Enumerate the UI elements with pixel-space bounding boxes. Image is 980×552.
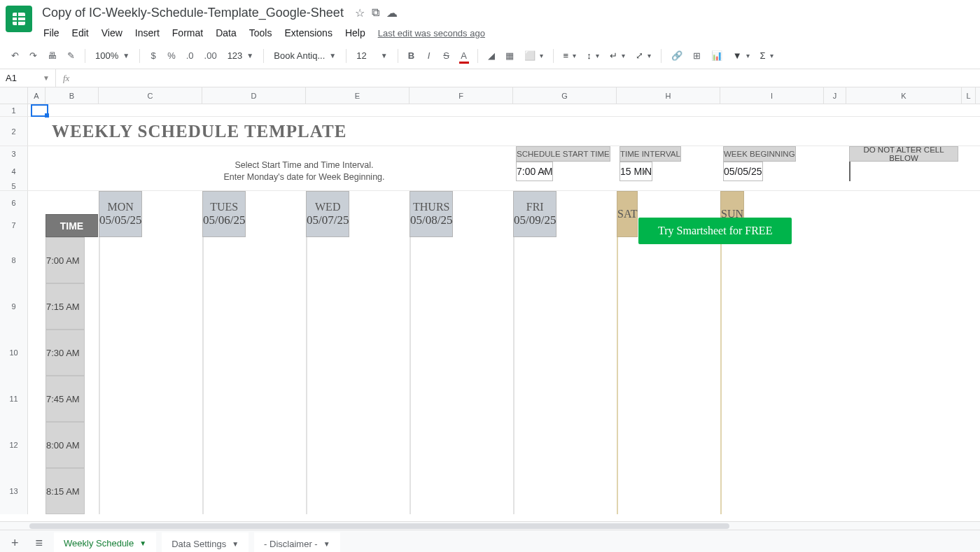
col-header[interactable]: J: [824, 87, 846, 104]
row-header[interactable]: 12: [0, 422, 28, 468]
name-box[interactable]: A1▼: [0, 69, 56, 87]
redo-icon[interactable]: ↷: [25, 47, 41, 64]
col-header[interactable]: C: [99, 87, 202, 104]
move-icon[interactable]: ⧉: [372, 6, 379, 20]
locked-cell[interactable]: [846, 162, 962, 181]
col-header[interactable]: D: [202, 87, 306, 104]
insert-link-icon[interactable]: 🔗: [667, 47, 687, 64]
time-cell[interactable]: 7:15 AM: [46, 283, 99, 330]
spreadsheet-grid[interactable]: A B C D E F G H I J K L 1 2 WEEKLY SCHED…: [0, 87, 980, 521]
cell[interactable]: [46, 104, 858, 116]
row-header[interactable]: 3: [0, 146, 28, 162]
increase-decimal-icon[interactable]: .00: [200, 47, 221, 64]
insert-chart-icon[interactable]: 📊: [707, 47, 727, 64]
time-cell[interactable]: 7:45 AM: [46, 376, 99, 422]
row-header[interactable]: 10: [0, 330, 28, 376]
font-size-select[interactable]: 12▼: [352, 48, 391, 63]
percent-icon[interactable]: %: [163, 47, 180, 64]
slot-cell[interactable]: [306, 330, 410, 376]
slot-cell[interactable]: [99, 468, 202, 514]
col-header[interactable]: G: [513, 87, 617, 104]
row-header[interactable]: 8: [0, 237, 28, 283]
slot-cell[interactable]: [99, 283, 202, 330]
slot-cell[interactable]: [410, 376, 513, 422]
number-format-select[interactable]: 123▼: [223, 48, 258, 63]
slot-cell[interactable]: [306, 376, 410, 422]
cell[interactable]: SCHEDULE START TIME: [513, 146, 617, 162]
menu-extensions[interactable]: Extensions: [279, 24, 337, 41]
slot-cell[interactable]: [720, 468, 824, 514]
menu-data[interactable]: Data: [210, 24, 242, 41]
text-rotation-select[interactable]: ⤢▾: [631, 48, 655, 63]
fill-color-icon[interactable]: ◢: [484, 47, 499, 64]
horizontal-scrollbar[interactable]: [0, 521, 980, 530]
bold-icon[interactable]: B: [404, 47, 419, 64]
slot-cell[interactable]: [617, 330, 720, 376]
slot-cell[interactable]: [202, 468, 306, 514]
col-header[interactable]: K: [846, 87, 962, 104]
smartsheet-promo-button[interactable]: Try Smartsheet for FREE: [638, 218, 792, 244]
cell[interactable]: WEEK BEGINNING: [720, 146, 824, 162]
col-header[interactable]: H: [617, 87, 720, 104]
slot-cell[interactable]: [513, 237, 617, 283]
row-header[interactable]: 13: [0, 468, 28, 514]
row-header[interactable]: 9: [0, 283, 28, 330]
slot-cell[interactable]: [306, 468, 410, 514]
slot-cell[interactable]: [513, 330, 617, 376]
slot-cell[interactable]: [513, 376, 617, 422]
borders-icon[interactable]: ▦: [501, 47, 518, 64]
slot-cell[interactable]: [202, 330, 306, 376]
vertical-align-select[interactable]: ↕▾: [582, 48, 603, 63]
row-header[interactable]: 67: [0, 191, 28, 237]
menu-insert[interactable]: Insert: [130, 24, 165, 41]
italic-icon[interactable]: I: [421, 47, 437, 64]
row-header[interactable]: 4: [0, 162, 28, 181]
slot-cell[interactable]: [202, 237, 306, 283]
time-cell[interactable]: 7:00 AM: [46, 237, 99, 283]
slot-cell[interactable]: [513, 283, 617, 330]
cell[interactable]: THURS05/08/25: [410, 191, 513, 237]
slot-cell[interactable]: [720, 283, 824, 330]
text-wrap-select[interactable]: ↵▾: [606, 48, 629, 63]
slot-cell[interactable]: [306, 237, 410, 283]
slot-cell[interactable]: [617, 376, 720, 422]
sheet-tab-data-settings[interactable]: Data Settings▼: [162, 532, 248, 553]
slot-cell[interactable]: [410, 330, 513, 376]
slot-cell[interactable]: [202, 422, 306, 468]
interval-dropdown[interactable]: 15 MIN▼: [617, 162, 720, 181]
menu-help[interactable]: Help: [340, 24, 371, 41]
start-time-dropdown[interactable]: 7:00 AM▼: [513, 162, 617, 181]
time-cell[interactable]: 7:30 AM: [46, 330, 99, 376]
slot-cell[interactable]: [202, 376, 306, 422]
cell[interactable]: TIME INTERVAL: [617, 146, 720, 162]
formula-input[interactable]: [76, 69, 980, 87]
row-header[interactable]: 2: [0, 117, 28, 146]
filter-select[interactable]: ▼▾: [729, 48, 754, 63]
col-header[interactable]: A: [28, 87, 46, 104]
cell[interactable]: FRI05/09/25: [513, 191, 617, 237]
slot-cell[interactable]: [720, 330, 824, 376]
print-icon[interactable]: 🖶: [43, 47, 61, 64]
slot-cell[interactable]: [410, 283, 513, 330]
slot-cell[interactable]: [617, 468, 720, 514]
menu-file[interactable]: File: [38, 24, 65, 41]
slot-cell[interactable]: [410, 237, 513, 283]
time-cell[interactable]: 8:15 AM: [46, 468, 99, 514]
slot-cell[interactable]: [617, 283, 720, 330]
text-color-icon[interactable]: A: [456, 47, 472, 64]
slot-cell[interactable]: [410, 422, 513, 468]
undo-icon[interactable]: ↶: [7, 47, 23, 64]
slot-cell[interactable]: [306, 283, 410, 330]
add-sheet-icon[interactable]: +: [6, 532, 24, 552]
row-header[interactable]: 1: [0, 104, 28, 116]
zoom-select[interactable]: 100%▼: [91, 48, 134, 63]
select-all-corner[interactable]: [0, 87, 28, 104]
insert-comment-icon[interactable]: ⊞: [689, 47, 705, 64]
strikethrough-icon[interactable]: S: [439, 47, 454, 64]
cell[interactable]: WEEKLY SCHEDULE TEMPLATE: [46, 117, 858, 146]
menu-view[interactable]: View: [96, 24, 128, 41]
sheet-tab-weekly[interactable]: Weekly Schedule▼: [54, 532, 156, 552]
menu-edit[interactable]: Edit: [66, 24, 94, 41]
col-header[interactable]: E: [306, 87, 410, 104]
menu-tools[interactable]: Tools: [244, 24, 278, 41]
